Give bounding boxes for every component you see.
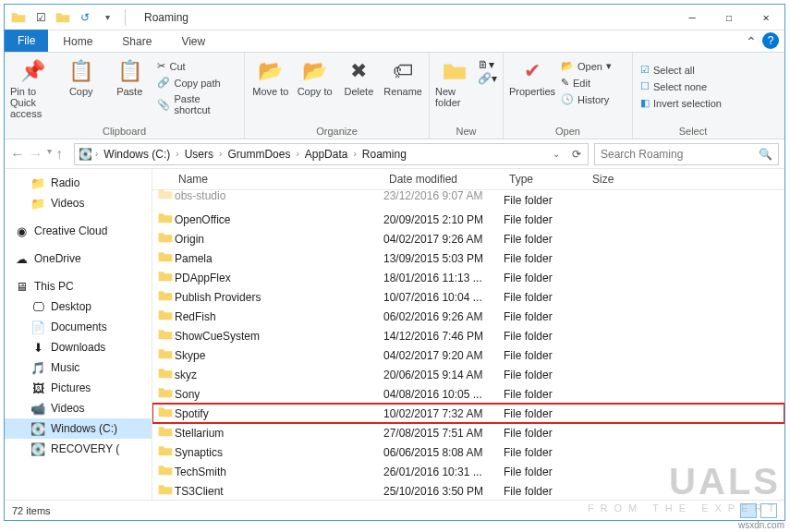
properties-button[interactable]: ✔Properties xyxy=(509,54,555,97)
minimize-button[interactable]: — xyxy=(674,5,711,30)
history-button[interactable]: 🕓History xyxy=(559,91,614,107)
new-item-icon[interactable]: 🗎▾ xyxy=(478,58,497,71)
file-row[interactable]: Sony04/08/2016 10:05 ...File folder xyxy=(152,384,784,404)
maximize-button[interactable]: ☐ xyxy=(711,5,747,30)
nav-item[interactable]: 🖥This PC xyxy=(5,276,152,296)
file-type: File folder xyxy=(504,485,587,498)
nav-item[interactable]: 📁Videos xyxy=(5,193,152,213)
view-tab[interactable]: View xyxy=(166,31,220,52)
file-row[interactable]: Spotify10/02/2017 7:32 AMFile folder xyxy=(152,404,784,423)
address-dropdown-icon[interactable]: ⌄ xyxy=(547,149,565,159)
up-button[interactable]: ↑ xyxy=(55,146,63,163)
select-all-button[interactable]: ☑Select all xyxy=(638,62,723,78)
file-row[interactable]: TS3Client25/10/2016 3:50 PMFile folder xyxy=(152,481,784,500)
open-button[interactable]: 📂Open▾ xyxy=(559,58,614,74)
col-name[interactable]: Name xyxy=(152,169,383,189)
details-view-icon[interactable] xyxy=(740,503,757,518)
column-headers[interactable]: Name Date modified Type Size xyxy=(152,169,784,190)
easy-access-icon[interactable]: 🔗▾ xyxy=(478,72,497,85)
nav-item[interactable]: 📹Videos xyxy=(5,398,152,418)
ribbon-tabs: File Home Share View ⌃ ? xyxy=(5,30,784,53)
breadcrumb[interactable]: GrummDoes xyxy=(222,148,296,161)
nav-item[interactable]: ◉Creative Cloud xyxy=(5,221,152,241)
nav-item[interactable]: 🖼Pictures xyxy=(5,378,152,398)
copy-to-button[interactable]: 📂Copy to xyxy=(295,54,335,97)
file-row[interactable]: Stellarium27/08/2015 7:51 AMFile folder xyxy=(152,423,784,442)
breadcrumb[interactable]: Windows (C:) xyxy=(98,148,176,161)
col-type[interactable]: Type xyxy=(504,169,587,189)
refresh-button[interactable]: ⟳ xyxy=(565,148,588,161)
ribbon-collapse-icon[interactable]: ⌃ xyxy=(746,34,757,49)
qat-properties-icon[interactable]: ☑ xyxy=(32,9,49,26)
file-row[interactable]: Origin04/02/2017 9:26 AMFile folder xyxy=(152,229,784,248)
nav-item[interactable]: 🎵Music xyxy=(5,357,152,378)
breadcrumb[interactable]: Roaming xyxy=(357,148,412,161)
nav-item[interactable]: ⬇Downloads xyxy=(5,337,152,357)
file-row[interactable]: skyz20/06/2015 9:14 AMFile folder xyxy=(152,365,784,384)
nav-icon: 📹 xyxy=(30,401,45,416)
paste-shortcut-button[interactable]: 📎Paste shortcut xyxy=(155,91,238,117)
forward-button[interactable]: → xyxy=(29,146,43,163)
open-group-label: Open xyxy=(509,124,626,139)
select-none-button[interactable]: ☐Select none xyxy=(638,79,723,94)
paste-button[interactable]: 📋Paste xyxy=(107,54,152,97)
open-icon: 📂 xyxy=(561,60,574,72)
qat-undo-icon[interactable]: ↺ xyxy=(77,9,93,26)
file-row[interactable]: Publish Providers10/07/2016 10:04 ...Fil… xyxy=(152,287,784,307)
file-date: 27/08/2015 7:51 AM xyxy=(383,427,504,440)
file-row[interactable]: ShowCueSystem14/12/2016 7:46 PMFile fold… xyxy=(152,326,784,345)
nav-item[interactable]: 📁Radio xyxy=(5,173,152,193)
rename-button[interactable]: 🏷Rename xyxy=(383,54,423,97)
file-row[interactable]: TechSmith26/01/2016 10:31 ...File folder xyxy=(152,462,784,481)
file-name: Pamela xyxy=(173,252,383,265)
file-row[interactable]: obs-studio23/12/2016 9:07 AMFile folder xyxy=(152,190,784,210)
file-type: File folder xyxy=(504,291,587,304)
file-row[interactable]: Pamela13/09/2015 5:03 PMFile folder xyxy=(152,248,784,268)
search-box[interactable]: Search Roaming 🔍 xyxy=(594,143,779,165)
folder-icon xyxy=(152,444,173,460)
nav-icon: 🖵 xyxy=(30,299,45,314)
shortcut-icon: 📎 xyxy=(157,99,170,111)
nav-item[interactable]: 💽Windows (C:) xyxy=(5,418,152,439)
breadcrumb[interactable]: AppData xyxy=(299,148,354,161)
file-explorer-window: ☑ ↺ ▾ Roaming — ☐ ✕ File Home Share View… xyxy=(4,4,785,521)
copy-button[interactable]: 📋Copy xyxy=(58,54,103,97)
cut-button[interactable]: ✂Cut xyxy=(155,58,238,74)
nav-icon: 💽 xyxy=(30,421,45,436)
file-row[interactable]: Skype04/02/2017 9:20 AMFile folder xyxy=(152,345,784,365)
address-bar[interactable]: 💽 › Windows (C:)› Users› GrummDoes› AppD… xyxy=(74,143,589,165)
navigation-pane[interactable]: 📁Radio📁Videos◉Creative Cloud☁OneDrive🖥Th… xyxy=(5,169,152,500)
file-row[interactable]: PDAppFlex18/01/2016 11:13 ...File folder xyxy=(152,268,784,287)
help-icon[interactable]: ? xyxy=(762,32,779,49)
close-button[interactable]: ✕ xyxy=(747,5,784,30)
move-to-button[interactable]: 📂Move to xyxy=(250,54,291,97)
share-tab[interactable]: Share xyxy=(107,31,166,52)
large-view-icon[interactable] xyxy=(760,503,777,518)
invert-selection-button[interactable]: ◧Invert selection xyxy=(638,95,723,111)
copy-path-button[interactable]: 🔗Copy path xyxy=(155,75,238,91)
breadcrumb[interactable]: Users xyxy=(179,148,219,161)
file-tab[interactable]: File xyxy=(5,30,48,52)
file-row[interactable]: RedFish06/02/2016 9:26 AMFile folder xyxy=(152,307,784,326)
qat-dropdown-icon[interactable]: ▾ xyxy=(99,9,115,26)
back-button[interactable]: ← xyxy=(10,146,25,163)
qat-new-folder-icon[interactable] xyxy=(55,9,71,26)
file-type: File folder xyxy=(504,330,587,343)
home-tab[interactable]: Home xyxy=(48,31,107,52)
pin-quick-access-button[interactable]: 📌Pin to Quick access xyxy=(10,54,55,119)
nav-item[interactable]: 📄Documents xyxy=(5,317,152,337)
nav-item[interactable]: ☁OneDrive xyxy=(5,248,152,269)
col-size[interactable]: Size xyxy=(587,169,651,189)
file-type: File folder xyxy=(504,213,587,226)
file-name: Stellarium xyxy=(173,427,383,440)
edit-button[interactable]: ✎Edit xyxy=(559,75,614,91)
recent-dropdown-icon[interactable]: ▾ xyxy=(47,146,52,163)
file-row[interactable]: OpenOffice20/09/2015 2:10 PMFile folder xyxy=(152,210,784,229)
delete-button[interactable]: ✖Delete xyxy=(339,54,380,97)
new-folder-button[interactable]: New folder xyxy=(435,54,474,108)
nav-item[interactable]: 🖵Desktop xyxy=(5,296,152,317)
file-list: Name Date modified Type Size obs-studio2… xyxy=(152,169,784,500)
col-date[interactable]: Date modified xyxy=(383,169,504,189)
file-row[interactable]: Synaptics06/06/2015 8:08 AMFile folder xyxy=(152,442,784,462)
nav-item[interactable]: 💽RECOVERY ( xyxy=(5,439,152,459)
